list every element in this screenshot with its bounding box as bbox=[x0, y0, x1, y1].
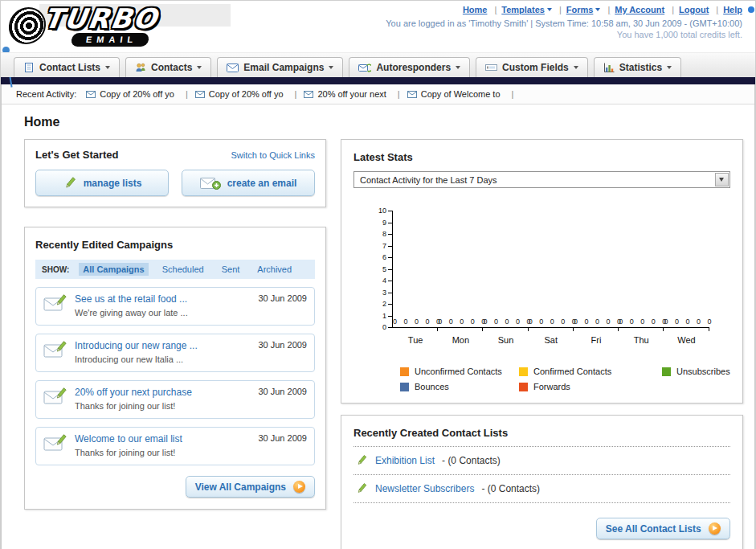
get-started-panel: Let's Get Started Switch to Quick Links … bbox=[24, 139, 326, 207]
contact-activity-chart: 10 9 8 7 6 5 4 3 2 1 0 0 0 0 0 0Tue bbox=[353, 206, 730, 363]
credits-info: You have 1,000 total credits left. bbox=[386, 30, 742, 39]
nav-label: Autoresponders bbox=[376, 62, 451, 73]
envelope-icon bbox=[304, 91, 313, 98]
go-arrow-icon bbox=[709, 522, 721, 535]
campaign-row[interactable]: Introducing our new range ...Introducing… bbox=[35, 334, 315, 372]
y-tick: 5 bbox=[366, 266, 386, 273]
link-templates[interactable]: Templates bbox=[501, 5, 566, 14]
legend-confirmed: Confirmed Contacts bbox=[519, 367, 662, 376]
see-all-contact-lists-button[interactable]: See All Contact Lists bbox=[596, 518, 730, 539]
x-tick: Tue bbox=[393, 335, 438, 345]
bar-values: 0 0 0 0 0 bbox=[438, 318, 483, 326]
view-all-campaigns-button[interactable]: View All Campaigns bbox=[186, 476, 315, 498]
top-links: Home Templates Forms My Account Logout H… bbox=[386, 5, 742, 14]
header: TURBO EMAIL Home Templates Forms My Acco… bbox=[1, 1, 755, 52]
y-tick: 10 bbox=[366, 207, 386, 215]
recent-activity-item[interactable]: 20% off your next bbox=[304, 89, 407, 99]
nav-custom-fields[interactable]: Custom Fields bbox=[476, 57, 588, 77]
envelope-icon bbox=[227, 64, 239, 72]
main-navigation: Contact Lists Contacts Email Campaigns A… bbox=[1, 52, 755, 77]
right-column: Latest Stats Contact Activity for the La… bbox=[341, 139, 743, 549]
nav-email-campaigns[interactable]: Email Campaigns bbox=[217, 57, 343, 77]
tab-scheduled[interactable]: Scheduled bbox=[158, 263, 208, 276]
campaign-filter-tabs: SHOW: All Campaigns Scheduled Sent Archi… bbox=[35, 260, 315, 279]
contacts-icon bbox=[135, 62, 146, 73]
y-tick: 1 bbox=[366, 313, 386, 320]
contact-list-detail: - (0 Contacts) bbox=[442, 455, 501, 466]
chart-day-group: 0 0 0 0 0Sun bbox=[483, 211, 528, 327]
dropdown-arrow-icon bbox=[715, 173, 729, 186]
switch-quick-links-link[interactable]: Switch to Quick Links bbox=[231, 150, 315, 160]
link-my-account[interactable]: My Account bbox=[615, 5, 679, 14]
tab-all-campaigns[interactable]: All Campaigns bbox=[79, 263, 148, 276]
link-forms[interactable]: Forms bbox=[566, 5, 615, 14]
stats-range-select[interactable]: Contact Activity for the Last 7 Days bbox=[353, 171, 730, 188]
campaign-subtitle: Thanks for joining our list! bbox=[75, 448, 175, 457]
campaign-title-link[interactable]: See us at the retail food ... bbox=[75, 293, 188, 305]
campaign-subtitle: We're giving away our late ... bbox=[75, 308, 188, 318]
logo-text: TURBO bbox=[42, 2, 160, 35]
link-help[interactable]: Help bbox=[723, 5, 742, 14]
contact-list-link[interactable]: Exhibition List bbox=[375, 455, 435, 466]
latest-stats-panel: Latest Stats Contact Activity for the La… bbox=[341, 139, 743, 404]
get-started-title: Let's Get Started bbox=[35, 149, 119, 161]
contact-list-row[interactable]: Exhibition List - (0 Contacts) bbox=[353, 447, 730, 475]
recent-activity-item[interactable]: Copy of 20% off yo bbox=[195, 89, 304, 99]
legend-swatch bbox=[400, 367, 409, 376]
nav-autoresponders[interactable]: Autoresponders bbox=[349, 57, 470, 77]
y-tick: 9 bbox=[366, 219, 386, 227]
nav-label: Statistics bbox=[619, 62, 662, 73]
y-tick: 3 bbox=[366, 289, 386, 297]
caret-down-icon bbox=[667, 66, 672, 69]
envelope-plus-icon bbox=[200, 176, 221, 191]
recent-activity-item[interactable]: Copy of 20% off yo bbox=[86, 89, 195, 99]
pencil-icon bbox=[63, 176, 77, 191]
tab-sent[interactable]: Sent bbox=[218, 263, 244, 276]
chart-day-group: 0 0 0 0 0Thu bbox=[619, 211, 664, 327]
campaign-row[interactable]: See us at the retail food ...We're givin… bbox=[35, 287, 315, 326]
campaign-row[interactable]: 20% off your next purchaseThanks for joi… bbox=[35, 380, 315, 419]
link-home[interactable]: Home bbox=[463, 5, 501, 14]
campaign-subtitle: Thanks for joining our list! bbox=[75, 401, 175, 411]
campaign-title-link[interactable]: Introducing our new range ... bbox=[75, 340, 198, 351]
create-email-button[interactable]: create an email bbox=[182, 170, 315, 196]
login-info: You are logged in as 'Timothy Smith' | S… bbox=[386, 18, 742, 28]
corner-dot bbox=[748, 6, 754, 13]
x-tick: Thu bbox=[619, 335, 664, 345]
chart-day-group: 0 0 0 0 0Wed bbox=[664, 211, 709, 327]
campaign-date: 30 Jun 2009 bbox=[258, 340, 307, 350]
legend-swatch bbox=[400, 383, 409, 391]
envelope-pencil-icon bbox=[43, 340, 67, 359]
go-arrow-icon bbox=[293, 481, 305, 493]
bar-values: 0 0 0 0 0 bbox=[529, 318, 574, 326]
legend-bounces: Bounces bbox=[400, 382, 519, 391]
y-tick: 7 bbox=[366, 243, 386, 250]
nav-contacts[interactable]: Contacts bbox=[125, 57, 211, 77]
contact-list-link[interactable]: Newsletter Subscribers bbox=[375, 483, 474, 494]
contact-list-row[interactable]: Newsletter Subscribers - (0 Contacts) bbox=[353, 475, 730, 503]
show-label: SHOW: bbox=[42, 265, 69, 274]
campaign-title-link[interactable]: Welcome to our email list bbox=[75, 433, 182, 445]
nav-label: Contact Lists bbox=[39, 62, 100, 73]
campaign-title-link[interactable]: 20% off your next purchase bbox=[75, 387, 192, 398]
turbo-email-logo: TURBO EMAIL bbox=[9, 2, 234, 51]
left-column: Let's Get Started Switch to Quick Links … bbox=[24, 139, 326, 510]
envelope-pencil-icon bbox=[43, 293, 67, 313]
custom-field-icon bbox=[485, 63, 497, 72]
chart-day-group: 0 0 0 0 0Sat bbox=[529, 211, 574, 327]
page-title: Home bbox=[24, 115, 754, 129]
autoresponder-icon bbox=[358, 63, 371, 73]
bar-values: 0 0 0 0 0 bbox=[619, 318, 664, 326]
campaign-row[interactable]: Welcome to our email listThanks for join… bbox=[35, 427, 315, 465]
button-label: See All Contact Lists bbox=[606, 523, 701, 535]
button-label: View All Campaigns bbox=[195, 481, 286, 493]
nav-statistics[interactable]: Statistics bbox=[594, 57, 681, 77]
campaign-date: 30 Jun 2009 bbox=[258, 433, 307, 443]
link-logout[interactable]: Logout bbox=[679, 5, 723, 14]
manage-lists-button[interactable]: manage lists bbox=[35, 170, 169, 196]
nav-contact-lists[interactable]: Contact Lists bbox=[14, 57, 120, 77]
recent-activity-item[interactable]: Copy of Welcome to bbox=[407, 89, 521, 99]
caret-down-icon bbox=[105, 66, 110, 69]
y-tick: 8 bbox=[366, 231, 386, 238]
tab-archived[interactable]: Archived bbox=[253, 263, 296, 276]
